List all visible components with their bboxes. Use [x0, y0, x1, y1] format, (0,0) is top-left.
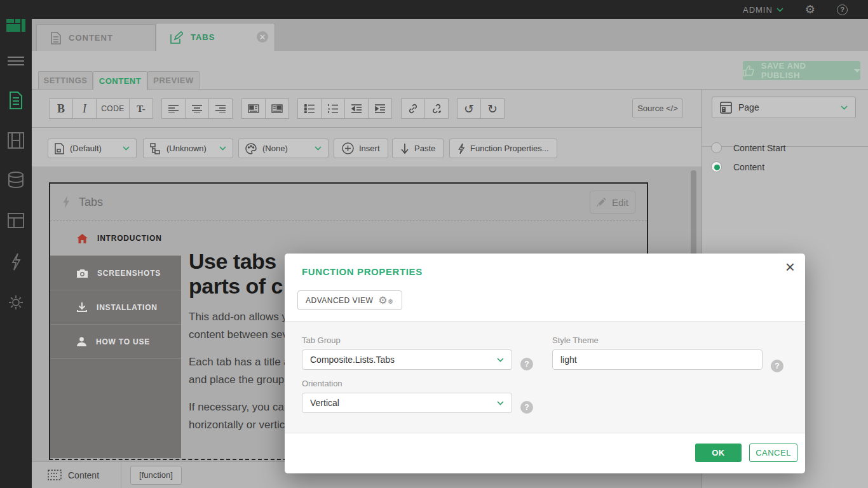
orientation-value: Vertical — [310, 398, 339, 408]
document-tab-content[interactable]: CONTENT — [36, 24, 156, 51]
cancel-button[interactable]: CANCEL — [749, 444, 797, 462]
align-left-button[interactable] — [161, 98, 186, 119]
content-placeholder-label: Content — [68, 470, 99, 480]
image-align-right-button[interactable] — [265, 98, 289, 119]
page-tab-installation[interactable]: INSTALLATION — [50, 290, 181, 324]
format-dropdown[interactable]: (Default) — [48, 139, 137, 158]
chevron-down-icon — [776, 8, 783, 12]
style-theme-help-icon[interactable]: ? — [771, 360, 783, 372]
layout-perspective-icon[interactable] — [0, 213, 32, 228]
ok-button[interactable]: OK — [695, 444, 742, 462]
help-icon[interactable]: ? — [837, 4, 848, 15]
menu-icon[interactable] — [0, 56, 32, 66]
edit-widget-button[interactable]: Edit — [590, 191, 635, 214]
content-placeholder-icon — [48, 470, 62, 480]
undo-button[interactable]: ↺ — [457, 98, 481, 119]
vertical-tab-list: INTRODUCTION SCREENSHOTS INSTALLATION — [50, 221, 181, 458]
italic-button[interactable]: I — [72, 98, 97, 119]
redo-button[interactable]: ↻ — [480, 98, 505, 119]
download-icon — [77, 302, 87, 312]
orientation-help-icon[interactable]: ? — [520, 401, 533, 414]
bold-button[interactable]: B — [49, 98, 73, 119]
document-tab-tabs[interactable]: TABS ✕ — [156, 23, 275, 51]
edit-page-icon — [170, 31, 183, 44]
content-perspective-icon[interactable] — [0, 92, 32, 109]
source-button[interactable]: Source </> — [632, 98, 683, 118]
page-scope-dropdown[interactable]: Page — [712, 97, 856, 118]
page-tab-introduction[interactable]: INTRODUCTION — [50, 221, 181, 255]
style-theme-label: Style Theme — [552, 336, 763, 345]
admin-menu[interactable]: ADMIN — [743, 5, 783, 15]
save-and-publish-button[interactable]: SAVE AND PUBLISH — [743, 61, 860, 80]
tab-settings[interactable]: SETTINGS — [38, 71, 93, 90]
page-tab-label: INSTALLATION — [97, 303, 158, 312]
style-dropdown[interactable]: (None) — [238, 139, 329, 158]
radio-content[interactable]: Content — [711, 161, 764, 172]
left-rail — [0, 0, 32, 488]
text-format-button[interactable]: T- — [129, 98, 153, 119]
radio-circle-selected-icon — [711, 161, 722, 172]
radio-content-start[interactable]: Content Start — [711, 142, 786, 153]
tab-group-select[interactable]: Composite.Lists.Tabs — [302, 349, 512, 370]
align-center-button[interactable] — [185, 98, 209, 119]
source-label: Source </> — [637, 104, 678, 113]
insert-button[interactable]: Insert — [334, 139, 388, 158]
close-tab-icon[interactable]: ✕ — [257, 31, 268, 43]
tab-content[interactable]: CONTENT — [93, 71, 147, 90]
document-tab-label: TABS — [191, 32, 215, 42]
save-and-publish-label: SAVE AND PUBLISH — [761, 61, 843, 80]
format-dropdown-value: (Default) — [70, 144, 102, 153]
content-placeholder-item[interactable]: Content — [48, 470, 99, 480]
outdent-button[interactable] — [344, 98, 369, 119]
chevron-down-icon — [123, 146, 130, 151]
image-left-icon — [248, 104, 259, 113]
page-tab-label: HOW TO USE — [96, 337, 150, 346]
tab-preview[interactable]: PREVIEW — [147, 71, 200, 90]
settings-gear-icon[interactable]: ⚙ — [805, 4, 815, 15]
bullet-list-icon — [304, 104, 315, 113]
advanced-view-button[interactable]: ADVANCED VIEW ⚙⚙ — [297, 290, 402, 310]
tab-group-help-icon[interactable]: ? — [520, 358, 533, 370]
chevron-down-icon — [219, 146, 226, 151]
home-icon — [77, 234, 88, 243]
italic-label: I — [83, 102, 86, 116]
bold-label: B — [57, 102, 65, 116]
data-perspective-icon[interactable] — [0, 172, 32, 188]
edit-label: Edit — [612, 197, 628, 208]
paste-button[interactable]: Paste — [392, 139, 444, 158]
widget-header: Tabs Edit — [50, 184, 647, 221]
paste-label: Paste — [414, 144, 435, 153]
function-chip[interactable]: [function] — [130, 466, 182, 485]
remove-link-button[interactable] — [424, 98, 449, 119]
bullet-list-button[interactable] — [297, 98, 322, 119]
divider — [121, 462, 121, 488]
style-theme-input[interactable] — [552, 349, 763, 370]
radio-label: Content — [733, 162, 764, 172]
page-tab-screenshots[interactable]: SCREENSHOTS — [50, 255, 181, 290]
orientation-field: Orientation Vertical — [302, 379, 512, 413]
function-chip-label: [function] — [139, 470, 173, 480]
tab-list-filler — [50, 358, 181, 458]
media-perspective-icon[interactable] — [0, 132, 32, 149]
page-tab-how-to-use[interactable]: HOW TO USE — [50, 324, 181, 358]
close-dialog-icon[interactable]: × — [785, 257, 795, 277]
indent-button[interactable] — [368, 98, 392, 119]
align-right-button[interactable] — [208, 98, 233, 119]
plus-circle-icon — [342, 142, 354, 154]
orientation-select[interactable]: Vertical — [302, 393, 512, 413]
image-align-left-button[interactable] — [241, 98, 266, 119]
advanced-view-label: ADVANCED VIEW — [306, 296, 373, 305]
class-dropdown[interactable]: (Unknown) — [143, 139, 233, 158]
gears-icon: ⚙⚙ — [378, 295, 393, 306]
function-properties-button[interactable]: Function Properties... — [449, 139, 557, 158]
chevron-down-icon — [497, 358, 504, 362]
functions-perspective-icon[interactable] — [0, 253, 32, 271]
palette-icon — [245, 143, 257, 154]
tab-settings-label: SETTINGS — [43, 76, 87, 85]
hierarchy-icon — [150, 143, 161, 154]
insert-link-button[interactable] — [401, 98, 425, 119]
code-button[interactable]: CODE — [96, 98, 130, 119]
align-right-icon — [215, 105, 226, 113]
numbered-list-button[interactable] — [321, 98, 345, 119]
system-perspective-icon[interactable] — [0, 294, 32, 311]
